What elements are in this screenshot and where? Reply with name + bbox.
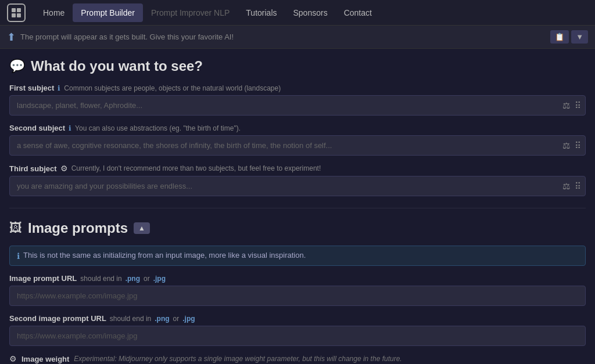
- image-prompt-url-1-row: Image prompt URL should end in .png or .…: [9, 274, 586, 306]
- image-prompt-url-1-input[interactable]: [9, 286, 586, 306]
- third-subject-input[interactable]: [9, 176, 586, 196]
- second-subject-info-icon[interactable]: ℹ: [69, 124, 71, 132]
- banner-actions: 📋 ▼: [550, 30, 588, 44]
- image-prompts-section-header: 🖼 Image prompts ▲: [9, 220, 586, 236]
- second-subject-grid-icon[interactable]: ⠿: [575, 140, 581, 151]
- image-prompt-url-1-label-row: Image prompt URL should end in .png or .…: [9, 274, 586, 283]
- third-subject-grid-icon[interactable]: ⠿: [575, 181, 581, 192]
- first-subject-input[interactable]: [9, 95, 586, 116]
- subjects-section-icon: 💬: [9, 59, 25, 74]
- third-subject-hint: Currently, I don't recommend more than t…: [71, 164, 321, 172]
- prompt-banner: ⬆ The prompt will appear as it gets buil…: [0, 26, 595, 49]
- image-prompt-url-2-or: or: [173, 315, 180, 323]
- image-prompt-url-2-label-row: Second image prompt URL should end in .p…: [9, 314, 586, 323]
- banner-text: The prompt will appear as it gets built.…: [20, 33, 546, 41]
- image-prompt-url-1-should-end: should end in: [80, 275, 121, 283]
- second-subject-input-icons: ⚖ ⠿: [562, 140, 581, 151]
- image-prompts-collapse-button[interactable]: ▲: [134, 222, 150, 234]
- section-divider: [9, 208, 586, 208]
- logo: [7, 3, 26, 22]
- image-weight-hint: Experimental: Midjourney only supports a…: [74, 355, 402, 363]
- second-subject-input[interactable]: [9, 135, 586, 156]
- nav-tutorials[interactable]: Tutorials: [238, 3, 285, 22]
- subjects-section-title: What do you want to see?: [31, 58, 203, 74]
- second-subject-label-row: Second subject ℹ You can also use abstra…: [9, 124, 586, 132]
- second-subject-balance-icon[interactable]: ⚖: [562, 140, 570, 151]
- second-subject-label: Second subject: [9, 124, 65, 132]
- image-prompt-url-1-or: or: [144, 275, 150, 283]
- first-subject-row: First subject ℹ Common subjects are peop…: [9, 84, 586, 116]
- third-subject-warning-icon: ⚙: [60, 164, 68, 173]
- svg-rect-1: [17, 8, 21, 12]
- nav-home[interactable]: Home: [35, 3, 73, 22]
- info-box-icon: ℹ: [17, 251, 20, 261]
- first-subject-input-wrapper: ⚖ ⠿: [9, 95, 586, 116]
- image-prompt-url-2-should-end: should end in: [110, 315, 151, 323]
- image-weight-section: ⚙ Image weight Experimental: Midjourney …: [9, 354, 586, 364]
- second-subject-hint: You can also use abstractions (eg. "the …: [75, 124, 241, 132]
- main-content: 💬 What do you want to see? First subject…: [0, 49, 595, 364]
- image-prompt-url-2-ext2: .jpg: [182, 315, 195, 323]
- nav-sponsors[interactable]: Sponsors: [285, 3, 336, 22]
- first-subject-grid-icon[interactable]: ⠿: [575, 100, 581, 111]
- first-subject-info-icon[interactable]: ℹ: [58, 84, 60, 92]
- image-prompt-url-2-label: Second image prompt URL: [9, 314, 106, 323]
- third-subject-balance-icon[interactable]: ⚖: [562, 181, 570, 192]
- info-box-text: This is not the same as initializing fro…: [23, 251, 306, 260]
- first-subject-label-row: First subject ℹ Common subjects are peop…: [9, 84, 586, 92]
- svg-rect-3: [17, 13, 21, 17]
- image-weight-label: Image weight: [21, 355, 69, 363]
- third-subject-input-icons: ⚖ ⠿: [562, 181, 581, 192]
- second-subject-row: Second subject ℹ You can also use abstra…: [9, 124, 586, 156]
- image-prompts-title: Image prompts: [28, 220, 128, 236]
- first-subject-balance-icon[interactable]: ⚖: [562, 100, 570, 111]
- navbar: Home Prompt Builder Prompt Improver NLP …: [0, 0, 595, 26]
- svg-rect-2: [12, 13, 16, 17]
- subjects-section-header: 💬 What do you want to see?: [9, 58, 586, 74]
- nav-items: Home Prompt Builder Prompt Improver NLP …: [35, 3, 380, 22]
- first-subject-label: First subject: [9, 84, 54, 92]
- banner-copy-button[interactable]: 📋: [550, 30, 569, 44]
- nav-prompt-improver[interactable]: Prompt Improver NLP: [143, 3, 238, 22]
- second-subject-input-wrapper: ⚖ ⠿: [9, 135, 586, 156]
- nav-prompt-builder[interactable]: Prompt Builder: [73, 3, 143, 22]
- third-subject-row: Third subject ⚙ Currently, I don't recom…: [9, 164, 586, 196]
- third-subject-input-wrapper: ⚖ ⠿: [9, 176, 586, 196]
- svg-rect-0: [12, 8, 16, 12]
- image-prompts-info-box: ℹ This is not the same as initializing f…: [9, 246, 586, 266]
- image-prompt-url-1-ext1: .png: [126, 275, 140, 283]
- image-prompt-url-2-input[interactable]: [9, 326, 586, 346]
- third-subject-label-row: Third subject ⚙ Currently, I don't recom…: [9, 164, 586, 173]
- image-weight-label-row: ⚙ Image weight Experimental: Midjourney …: [9, 354, 586, 363]
- banner-dropdown-button[interactable]: ▼: [571, 30, 588, 44]
- image-weight-icon: ⚙: [9, 354, 17, 363]
- image-prompts-icon: 🖼: [9, 221, 22, 236]
- image-prompt-url-2-row: Second image prompt URL should end in .p…: [9, 314, 586, 346]
- image-prompt-url-1-label: Image prompt URL: [9, 274, 77, 283]
- image-prompt-url-2-ext1: .png: [155, 315, 169, 323]
- image-prompt-url-1-ext2: .jpg: [153, 275, 166, 283]
- first-subject-hint: Common subjects are people, objects or t…: [64, 84, 281, 92]
- nav-contact[interactable]: Contact: [336, 3, 380, 22]
- banner-arrow-icon: ⬆: [7, 31, 16, 44]
- first-subject-input-icons: ⚖ ⠿: [562, 100, 581, 111]
- third-subject-label: Third subject: [9, 164, 57, 173]
